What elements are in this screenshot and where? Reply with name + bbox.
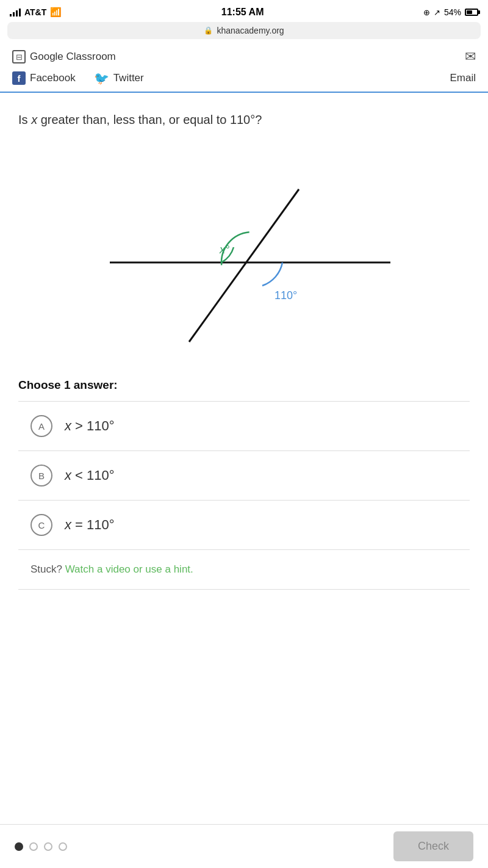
google-classroom-label: Google Classroom (30, 51, 116, 63)
google-classroom-icon: ⊟ (12, 50, 26, 63)
arrow-icon: ↗ (434, 8, 440, 17)
choice-a[interactable]: A x > 110° (18, 402, 470, 451)
url-text: khanacademy.org (217, 26, 284, 35)
choice-a-letter: A (38, 421, 45, 432)
battery-icon (465, 9, 478, 16)
choice-a-circle: A (30, 415, 52, 437)
dot-3 (44, 842, 52, 851)
bottom-bar: Check (0, 824, 488, 868)
x-label: x° (219, 244, 229, 256)
status-left: AT&T 📶 (10, 7, 62, 18)
email-icon-top: ✉ (465, 49, 476, 64)
choice-c-letter: C (38, 520, 45, 530)
stuck-section: Stuck? Watch a video or use a hint. (18, 550, 470, 590)
share-bar: ⊟ Google Classroom ✉ f Facebook 🐦 Twitte… (0, 43, 488, 93)
share-row-bottom: f Facebook 🐦 Twitter Email (12, 71, 476, 85)
angle-label: 110° (274, 289, 297, 302)
google-classroom-button[interactable]: ⊟ Google Classroom (12, 50, 116, 63)
twitter-button[interactable]: 🐦 Twitter (94, 71, 144, 85)
facebook-icon: f (12, 71, 26, 85)
facebook-label: Facebook (30, 72, 76, 84)
geometry-diagram: x° 110° (92, 146, 396, 354)
question-rest: greater than, less than, or equal to 110… (37, 113, 262, 126)
choice-b[interactable]: B x < 110° (18, 451, 470, 501)
question-variable: x (31, 113, 37, 126)
choice-b-letter: B (38, 471, 45, 481)
hint-link[interactable]: Watch a video or use a hint. (65, 563, 193, 575)
email-label: Email (450, 72, 476, 84)
time-label: 11:55 AM (221, 7, 264, 18)
dot-1 (15, 842, 23, 851)
check-button[interactable]: Check (393, 831, 473, 861)
diagram-container: x° 110° (18, 146, 470, 354)
signal-icon (10, 8, 21, 16)
choice-a-text: x > 110° (65, 418, 115, 434)
url-bar[interactable]: 🔒 khanacademy.org (7, 22, 481, 39)
question-text: Is x greater than, less than, or equal t… (18, 111, 470, 128)
wifi-icon: 📶 (50, 7, 62, 18)
twitter-label: Twitter (113, 72, 144, 84)
choice-b-circle: B (30, 465, 52, 486)
share-row-bottom-left: f Facebook 🐦 Twitter (12, 71, 144, 85)
choice-c-circle: C (30, 514, 52, 536)
lock-icon: 🔒 (204, 26, 213, 35)
email-button[interactable]: Email (450, 72, 476, 84)
progress-dots (15, 842, 67, 851)
status-right: ⊕ ↗ 54% (423, 7, 478, 17)
dot-2 (29, 842, 38, 851)
choice-c[interactable]: C x = 110° (18, 501, 470, 550)
twitter-icon: 🐦 (94, 71, 109, 85)
main-content: Is x greater than, less than, or equal t… (0, 93, 488, 602)
share-row-top: ⊟ Google Classroom ✉ (12, 49, 476, 65)
stuck-prefix: Stuck? (30, 563, 65, 575)
battery-percent: 54% (444, 7, 461, 17)
facebook-button[interactable]: f Facebook (12, 71, 76, 85)
choice-c-text: x = 110° (65, 517, 115, 533)
choose-label: Choose 1 answer: (18, 378, 470, 402)
status-bar: AT&T 📶 11:55 AM ⊕ ↗ 54% (0, 0, 488, 22)
dot-4 (59, 842, 67, 851)
carrier-label: AT&T (24, 7, 46, 17)
choice-b-text: x < 110° (65, 468, 115, 483)
location-icon: ⊕ (423, 8, 430, 17)
